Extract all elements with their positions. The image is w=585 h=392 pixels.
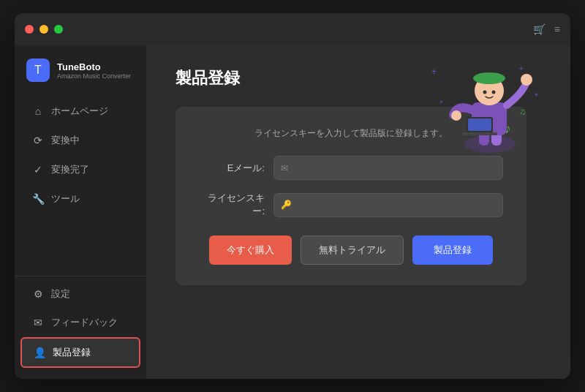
converted-icon: ✓: [32, 164, 44, 176]
trial-button[interactable]: 無料トライアル: [301, 235, 404, 265]
sidebar: T TuneBoto Amazon Music Converter ⌂ ホームペ…: [15, 45, 146, 379]
sidebar-item-register[interactable]: 👤 製品登録: [20, 337, 140, 368]
feedback-icon: ✉: [32, 317, 44, 328]
home-icon: ⌂: [32, 105, 44, 117]
logo-text: TuneBoto Amazon Music Converter: [57, 61, 131, 80]
main-content: T TuneBoto Amazon Music Converter ⌂ ホームペ…: [15, 45, 570, 379]
content-area: + + ✦ ✦ ♪ ♫: [146, 45, 570, 379]
settings-icon: ⚙: [32, 288, 44, 300]
sidebar-label-tools: ツール: [51, 192, 80, 206]
sidebar-nav: ⌂ ホームページ ⟳ 変換中 ✓ 変換完了 🔧 ツール: [15, 94, 146, 270]
sidebar-label-home: ホームページ: [51, 105, 108, 118]
svg-point-15: [492, 91, 496, 94]
email-row: Eメール: ✉: [199, 156, 503, 180]
svg-point-6: [464, 135, 516, 153]
illustration: + + ✦ ✦ ♪ ♫: [424, 60, 541, 155]
app-logo: T TuneBoto Amazon Music Converter: [15, 53, 146, 94]
svg-rect-18: [462, 132, 497, 135]
license-input-wrap: 🔑: [273, 193, 503, 217]
svg-text:✦: ✦: [534, 91, 539, 98]
cart-icon[interactable]: 🛒: [533, 23, 546, 35]
svg-text:+: +: [431, 67, 437, 77]
button-row: 今すぐ購入 無料トライアル 製品登録: [199, 235, 503, 265]
svg-text:+: +: [519, 64, 524, 72]
svg-text:♫: ♫: [519, 107, 526, 117]
sidebar-item-settings[interactable]: ⚙ 設定: [20, 280, 140, 308]
maximize-button[interactable]: [54, 25, 63, 34]
email-input-wrap: ✉: [273, 156, 503, 180]
logo-letter: T: [34, 64, 42, 77]
license-input[interactable]: [273, 193, 503, 217]
sidebar-bottom: ⚙ 設定 ✉ フィードバック 👤 製品登録: [15, 276, 146, 372]
svg-rect-17: [468, 118, 491, 131]
titlebar: 🛒 ≡: [15, 13, 570, 45]
license-label: ライセンスキー:: [199, 192, 265, 218]
email-icon: ✉: [281, 163, 288, 173]
sidebar-item-converting[interactable]: ⟳ 変換中: [20, 127, 140, 154]
register-button[interactable]: 製品登録: [412, 235, 493, 265]
svg-point-19: [451, 110, 461, 121]
svg-point-14: [483, 91, 487, 94]
menu-icon[interactable]: ≡: [554, 23, 560, 35]
buy-button[interactable]: 今すぐ購入: [209, 235, 292, 265]
register-icon: 👤: [34, 347, 45, 358]
sidebar-label-feedback: フィードバック: [51, 316, 118, 329]
tools-icon: 🔧: [32, 193, 44, 205]
sidebar-item-converted[interactable]: ✓ 変換完了: [20, 156, 140, 184]
illustration-svg: + + ✦ ✦ ♪ ♫: [424, 60, 541, 155]
sidebar-label-converting: 変換中: [51, 134, 80, 147]
sidebar-item-feedback[interactable]: ✉ フィードバック: [20, 309, 140, 336]
sidebar-label-register: 製品登録: [53, 346, 91, 359]
converting-icon: ⟳: [32, 135, 44, 146]
email-label: Eメール:: [199, 162, 265, 175]
license-row: ライセンスキー: 🔑: [199, 192, 503, 218]
sidebar-label-converted: 変換完了: [51, 163, 89, 176]
minimize-button[interactable]: [39, 25, 48, 34]
sidebar-item-tools[interactable]: 🔧 ツール: [20, 185, 140, 213]
sidebar-label-settings: 設定: [51, 287, 70, 301]
svg-text:✦: ✦: [439, 99, 444, 105]
close-button[interactable]: [25, 25, 34, 34]
app-subtitle: Amazon Music Converter: [57, 72, 131, 80]
svg-rect-13: [479, 73, 499, 82]
key-icon: 🔑: [281, 200, 292, 210]
app-title: TuneBoto: [57, 61, 131, 72]
titlebar-actions: 🛒 ≡: [533, 23, 560, 35]
sidebar-item-home[interactable]: ⌂ ホームページ: [20, 97, 140, 125]
logo-icon: T: [26, 59, 50, 82]
svg-point-10: [521, 74, 532, 86]
app-window: 🛒 ≡ T TuneBoto Amazon Music Converter ⌂ …: [15, 13, 570, 379]
traffic-lights: [25, 25, 63, 34]
email-input[interactable]: [273, 156, 503, 180]
